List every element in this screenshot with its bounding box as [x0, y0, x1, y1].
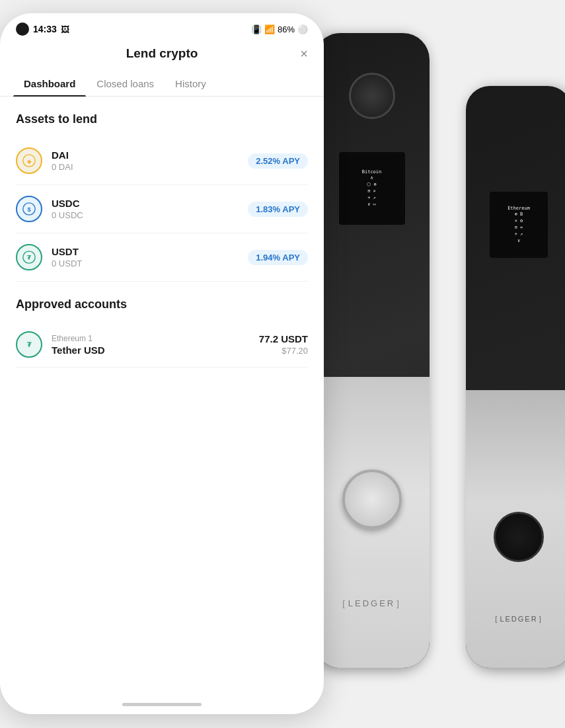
ledger-silver-bottom: LEDGER: [314, 377, 430, 668]
signal-icon: 📶: [264, 24, 275, 34]
status-time: 14:33: [33, 24, 57, 34]
status-right: 📳 📶 86% ⚪: [251, 24, 308, 34]
usdt-apy: 1.94% APY: [248, 250, 308, 265]
dai-icon: ◈: [16, 147, 42, 174]
photo-icon: 🖼: [61, 24, 69, 34]
svg-text:◈: ◈: [26, 159, 32, 165]
phone-shell: 14:33 🖼 📳 📶 86% ⚪ Lend crypto × Dashboar…: [0, 13, 324, 714]
asset-item-usdc[interactable]: $ USDC 0 USDC 1.83% APY: [16, 185, 308, 233]
tab-closed-loans[interactable]: Closed loans: [86, 71, 165, 96]
assets-section-title: Assets to lend: [16, 112, 308, 126]
dai-name: DAI: [52, 149, 248, 161]
close-button[interactable]: ×: [300, 46, 308, 61]
ledger-back-silver: LEDGER: [466, 390, 565, 668]
status-bar: 14:33 🖼 📳 📶 86% ⚪: [0, 13, 324, 41]
usdt-balance: 0 USDT: [52, 259, 248, 268]
tether-usd-value: $77.20: [259, 346, 308, 356]
usdc-icon: $: [16, 196, 42, 222]
ledger-logo-back: LEDGER: [495, 615, 542, 623]
usdt-icon: ₮: [16, 244, 42, 270]
tether-amount: 77.2 USDT $77.20: [259, 333, 308, 356]
tether-info: Ethereum 1 Tether USD: [52, 334, 259, 356]
home-indicator: [122, 703, 202, 706]
tether-name: Tether USD: [52, 344, 259, 356]
ledger-screen-content: Bitcoin ∧ ⬡ ⊕ ≡ × + ↗ ∨ ▭: [362, 169, 382, 208]
tab-dashboard[interactable]: Dashboard: [13, 71, 86, 96]
ledger-back-button: [494, 512, 544, 562]
status-left: 14:33 🖼: [16, 22, 69, 36]
ledger-device-back: Ethereum ⊕ B × ⚙ ≡ = + ↗ ∨ LEDGER: [466, 86, 565, 668]
usdt-info: USDT 0 USDT: [52, 246, 248, 268]
ledger-back-screen: Ethereum ⊕ B × ⚙ ≡ = + ↗ ∨: [490, 192, 548, 258]
svg-text:₮: ₮: [27, 255, 32, 261]
approved-section: Approved accounts ₮ Ethereum 1 Tether US…: [16, 298, 308, 368]
dai-apy: 2.52% APY: [248, 153, 308, 169]
ledger-device-front: Bitcoin ∧ ⬡ ⊕ ≡ × + ↗ ∨ ▭ LEDGER: [314, 33, 430, 668]
asset-item-usdt[interactable]: ₮ USDT 0 USDT 1.94% APY: [16, 233, 308, 282]
usdc-balance: 0 USDC: [52, 210, 248, 220]
tether-usdt-value: 77.2 USDT: [259, 333, 308, 344]
ledger-bottom-button: [342, 469, 402, 529]
tab-history[interactable]: History: [165, 71, 217, 96]
approved-item-tether[interactable]: ₮ Ethereum 1 Tether USD 77.2 USDT $77.20: [16, 322, 308, 368]
dai-info: DAI 0 DAI: [52, 149, 248, 172]
page-title: Lend crypto: [126, 46, 198, 61]
ledger-devices: Bitcoin ∧ ⬡ ⊕ ≡ × + ↗ ∨ ▭ LEDGER Ethe: [301, 33, 565, 681]
camera-dot: [16, 22, 29, 36]
usdc-info: USDC 0 USDC: [52, 198, 248, 220]
approved-section-title: Approved accounts: [16, 298, 308, 311]
svg-text:$: $: [27, 206, 30, 213]
ledger-screen: Bitcoin ∧ ⬡ ⊕ ≡ × + ↗ ∨ ▭: [339, 152, 405, 225]
tab-bar: Dashboard Closed loans History: [0, 71, 324, 97]
svg-text:₮: ₮: [27, 341, 32, 348]
content-area: Assets to lend ◈ DAI 0 DAI 2.52% APY $: [0, 97, 324, 692]
battery-icon: ⚪: [297, 24, 308, 34]
tether-usd-icon: ₮: [16, 331, 42, 358]
usdc-name: USDC: [52, 198, 248, 209]
dai-balance: 0 DAI: [52, 162, 248, 172]
header: Lend crypto ×: [0, 41, 324, 61]
ledger-back-screen-content: Ethereum ⊕ B × ⚙ ≡ = + ↗ ∨: [508, 206, 530, 245]
usdt-name: USDT: [52, 246, 248, 257]
usdc-apy: 1.83% APY: [248, 202, 308, 217]
vibrate-icon: 📳: [251, 24, 262, 34]
ledger-top-button: [349, 73, 395, 119]
tether-account-label: Ethereum 1: [52, 334, 259, 343]
asset-item-dai[interactable]: ◈ DAI 0 DAI 2.52% APY: [16, 137, 308, 185]
battery-level: 86%: [278, 24, 295, 34]
ledger-logo-front: LEDGER: [342, 598, 401, 608]
